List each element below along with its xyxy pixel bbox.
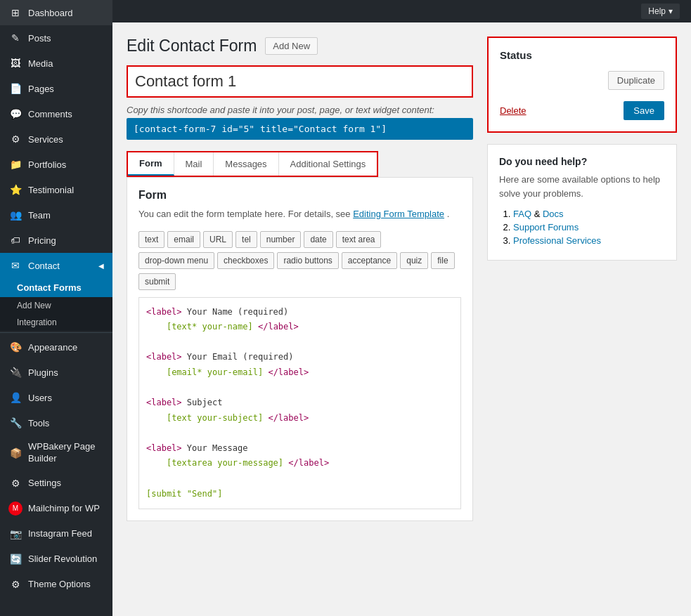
help-list-item-2: Support Forums bbox=[513, 222, 665, 232]
tag-btn-checkboxes[interactable]: checkboxes bbox=[217, 252, 274, 269]
sidebar-item-mailchimp[interactable]: M Mailchimp for WP bbox=[0, 496, 112, 521]
tag-btn-acceptance[interactable]: acceptance bbox=[342, 252, 397, 269]
tag-btn-tel[interactable]: tel bbox=[235, 231, 257, 248]
professional-services-link[interactable]: Professional Services bbox=[513, 235, 601, 246]
tag-btn-submit[interactable]: submit bbox=[138, 273, 176, 290]
tag-btn-url[interactable]: URL bbox=[203, 231, 233, 248]
pages-icon: 📄 bbox=[8, 81, 22, 96]
sidebar-item-dashboard[interactable]: ⊞ Dashboard bbox=[0, 0, 112, 25]
sidebar-item-label: Settings bbox=[28, 478, 61, 488]
tag-btn-number[interactable]: number bbox=[260, 231, 302, 248]
sidebar-item-label: Media bbox=[28, 58, 53, 69]
status-panel: Status Duplicate Delete Save bbox=[487, 37, 677, 133]
sidebar-item-label: Users bbox=[28, 393, 52, 403]
sidebar-item-label: Portfolios bbox=[28, 159, 66, 170]
sidebar-item-label: Slider Revolution bbox=[28, 553, 97, 564]
tab-messages[interactable]: Messages bbox=[214, 152, 278, 176]
help-list: FAQ & Docs Support Forums Professional S… bbox=[499, 209, 665, 246]
settings-icon: ⚙ bbox=[8, 476, 22, 490]
services-icon: ⚙ bbox=[8, 132, 22, 146]
sidebar-item-wpbakery[interactable]: 📦 WPBakery Page Builder bbox=[0, 435, 112, 471]
tag-btn-textarea[interactable]: text area bbox=[336, 231, 382, 248]
sidebar-item-plugins[interactable]: 🔌 Plugins bbox=[0, 360, 112, 385]
instagram-icon: 📷 bbox=[8, 527, 22, 541]
sidebar-item-comments[interactable]: 💬 Comments bbox=[0, 101, 112, 126]
sidebar-item-theme[interactable]: ⚙ Theme Options bbox=[0, 572, 112, 597]
portfolios-icon: 📁 bbox=[8, 157, 22, 171]
sidebar-item-label: WPBakery Page Builder bbox=[28, 441, 104, 465]
support-forums-link[interactable]: Support Forums bbox=[513, 222, 579, 232]
tag-btn-file[interactable]: file bbox=[431, 252, 454, 269]
sidebar-item-pages[interactable]: 📄 Pages bbox=[0, 76, 112, 101]
page-header: Edit Contact Form Add New bbox=[127, 37, 473, 55]
tag-btn-date[interactable]: date bbox=[304, 231, 332, 248]
sidebar-item-label: Tools bbox=[28, 418, 49, 428]
code-editor[interactable]: <label> Your Name (required) [text* your… bbox=[138, 297, 461, 510]
form-panel-inner: Form You can edit the form template here… bbox=[127, 178, 472, 520]
sidebar-item-team[interactable]: 👥 Team bbox=[0, 202, 112, 228]
faq-link[interactable]: FAQ bbox=[513, 209, 531, 219]
status-buttons: Duplicate bbox=[500, 71, 664, 90]
tabs-bar: Form Mail Messages Additional Settings bbox=[127, 151, 378, 177]
help-desc: Here are some available options to help … bbox=[499, 173, 665, 200]
tag-btn-radio[interactable]: radio buttons bbox=[277, 252, 338, 269]
sidebar-item-posts[interactable]: ✎ Posts bbox=[0, 25, 112, 51]
tag-btn-quiz[interactable]: quiz bbox=[400, 252, 428, 269]
content-area: Edit Contact Form Add New Copy this shor… bbox=[112, 22, 691, 616]
sidebar-item-testimonial[interactable]: ⭐ Testimonial bbox=[0, 177, 112, 202]
delete-button[interactable]: Delete bbox=[500, 105, 527, 116]
media-icon: 🖼 bbox=[8, 56, 22, 70]
sidebar-item-services[interactable]: ⚙ Services bbox=[0, 126, 112, 152]
testimonial-icon: ⭐ bbox=[8, 183, 22, 197]
slider-icon: 🔄 bbox=[8, 552, 22, 566]
sidebar-item-label: Appearance bbox=[28, 342, 77, 353]
help-list-item-1: FAQ & Docs bbox=[513, 209, 665, 219]
help-button[interactable]: Help ▾ bbox=[641, 4, 680, 19]
sidebar-child-integration[interactable]: Integration bbox=[0, 314, 112, 331]
sidebar-item-tools[interactable]: 🔧 Tools bbox=[0, 410, 112, 435]
tag-btn-dropdown[interactable]: drop-down menu bbox=[138, 252, 214, 269]
sidebar-item-label: Instagram Feed bbox=[28, 528, 92, 539]
tag-btn-text[interactable]: text bbox=[138, 231, 164, 248]
sidebar-item-label: Pages bbox=[28, 84, 54, 94]
contact-submenu: Contact Forms Add New Integration bbox=[0, 278, 112, 331]
sidebar-item-users[interactable]: 👤 Users bbox=[0, 385, 112, 410]
form-name-input[interactable] bbox=[127, 65, 473, 98]
right-column: Status Duplicate Delete Save Do you need… bbox=[487, 37, 677, 602]
docs-link[interactable]: Docs bbox=[543, 209, 564, 219]
tab-form[interactable]: Form bbox=[128, 152, 174, 176]
tools-icon: 🔧 bbox=[8, 416, 22, 430]
editing-form-template-link[interactable]: Editing Form Template bbox=[353, 209, 444, 219]
add-new-button[interactable]: Add New bbox=[265, 37, 318, 55]
sidebar-item-instagram[interactable]: 📷 Instagram Feed bbox=[0, 521, 112, 546]
contact-forms-label[interactable]: Contact Forms bbox=[0, 278, 112, 297]
tab-mail[interactable]: Mail bbox=[174, 152, 214, 176]
dashboard-icon: ⊞ bbox=[8, 6, 22, 20]
sidebar-divider-1 bbox=[0, 332, 112, 333]
tag-btn-email[interactable]: email bbox=[167, 231, 200, 248]
sidebar-item-pricing[interactable]: 🏷 Pricing bbox=[0, 228, 112, 253]
sidebar-child-add-new[interactable]: Add New bbox=[0, 297, 112, 314]
form-panel-desc-text: You can edit the form template here. For… bbox=[138, 209, 353, 219]
sidebar-item-media[interactable]: 🖼 Media bbox=[0, 51, 112, 76]
sidebar-item-slider[interactable]: 🔄 Slider Revolution bbox=[0, 546, 112, 572]
sidebar-item-portfolios[interactable]: 📁 Portfolios bbox=[0, 152, 112, 177]
appearance-icon: 🎨 bbox=[8, 340, 22, 354]
team-icon: 👥 bbox=[8, 208, 22, 222]
status-title: Status bbox=[500, 49, 664, 61]
shortcode-box[interactable]: [contact-form-7 id="5" title="Contact fo… bbox=[127, 118, 473, 140]
mailchimp-icon: M bbox=[8, 502, 22, 516]
help-list-item-3: Professional Services bbox=[513, 235, 665, 246]
duplicate-button[interactable]: Duplicate bbox=[608, 71, 664, 90]
page-title: Edit Contact Form bbox=[127, 37, 257, 55]
sidebar-item-label: Team bbox=[28, 210, 51, 221]
save-button[interactable]: Save bbox=[624, 101, 664, 120]
sidebar-item-settings[interactable]: ⚙ Settings bbox=[0, 471, 112, 496]
users-icon: 👤 bbox=[8, 391, 22, 405]
sidebar-item-contact[interactable]: ✉ Contact ◀ bbox=[0, 253, 112, 278]
tab-additional-settings[interactable]: Additional Settings bbox=[279, 152, 377, 176]
sidebar-item-label: Testimonial bbox=[28, 185, 74, 195]
main-area: Help ▾ Edit Contact Form Add New Copy th… bbox=[112, 0, 691, 616]
sidebar-item-appearance[interactable]: 🎨 Appearance bbox=[0, 334, 112, 360]
sidebar-item-label: Dashboard bbox=[28, 8, 73, 18]
